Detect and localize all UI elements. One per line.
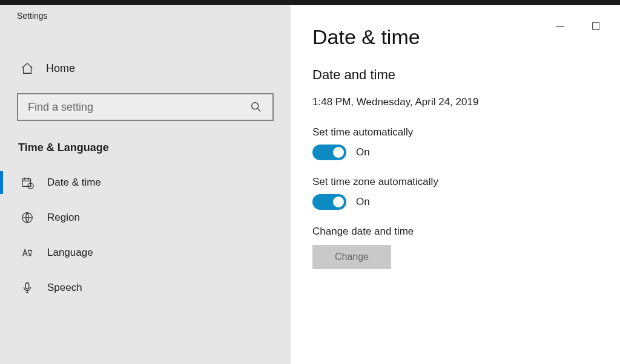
current-datetime: 1:48 PM, Wednesday, April 24, 2019 (312, 96, 620, 108)
sidebar-item-language[interactable]: Language (0, 235, 291, 270)
search-icon (249, 100, 263, 114)
app-title: Settings (0, 11, 48, 21)
globe-icon (21, 211, 34, 224)
minimize-icon (556, 26, 564, 27)
search-input-container[interactable] (17, 93, 274, 121)
maximize-button[interactable] (582, 17, 609, 35)
calendar-clock-icon (21, 176, 34, 189)
sidebar-item-label: Speech (47, 282, 82, 294)
language-icon (21, 246, 34, 259)
minimize-button[interactable] (546, 17, 573, 35)
svg-point-0 (252, 103, 259, 109)
titlebar: Settings (0, 11, 291, 29)
sidebar-item-label: Language (47, 247, 93, 259)
set-time-auto-label: Set time automatically (312, 126, 620, 138)
home-label: Home (46, 62, 75, 75)
sidebar: Settings Home Time & Language (0, 5, 291, 364)
sidebar-item-label: Date & time (47, 177, 101, 189)
change-button: Change (312, 245, 391, 269)
sidebar-item-region[interactable]: Region (0, 200, 291, 235)
svg-line-1 (258, 109, 261, 112)
window-top-border (0, 0, 620, 5)
set-time-auto-toggle[interactable] (312, 145, 346, 160)
subheading-date-time: Date and time (312, 67, 620, 83)
main-content: Date & time Date and time 1:48 PM, Wedne… (291, 5, 620, 364)
section-label: Time & Language (0, 121, 291, 165)
sidebar-item-date-time[interactable]: Date & time (0, 165, 291, 200)
nav-list: Date & time Region Language (0, 165, 291, 305)
svg-rect-2 (22, 179, 31, 187)
maximize-icon (592, 22, 599, 30)
sidebar-item-label: Region (47, 212, 80, 224)
set-time-auto-state: On (356, 146, 370, 158)
svg-line-8 (31, 186, 32, 187)
home-icon (21, 62, 34, 75)
microphone-icon (21, 281, 34, 294)
set-tz-auto-toggle[interactable] (312, 194, 346, 210)
home-nav[interactable]: Home (0, 53, 291, 83)
change-datetime-label: Change date and time (312, 226, 620, 238)
set-tz-auto-label: Set time zone automatically (312, 176, 620, 188)
sidebar-item-speech[interactable]: Speech (0, 270, 291, 305)
svg-rect-11 (25, 283, 29, 289)
set-tz-auto-state: On (356, 196, 370, 208)
search-input[interactable] (28, 101, 249, 114)
